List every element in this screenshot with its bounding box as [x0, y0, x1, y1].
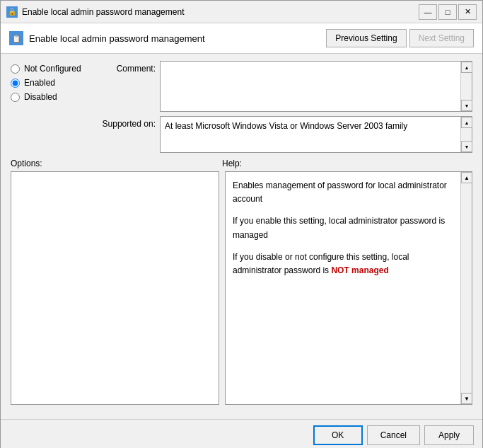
scroll-up-arrow[interactable]: ▲	[461, 62, 472, 73]
disabled-label[interactable]: Disabled	[24, 92, 57, 102]
bottom-bar: OK Cancel Apply	[1, 419, 482, 448]
close-button[interactable]: ✕	[458, 4, 477, 20]
comment-textarea[interactable]	[161, 62, 460, 111]
options-help-labels: Options: Help:	[11, 159, 472, 168]
disabled-radio-item: Disabled	[11, 92, 95, 102]
header-title: Enable local admin password management	[29, 33, 205, 44]
minimize-button[interactable]: —	[419, 4, 437, 20]
not-managed-text: NOT managed	[331, 265, 388, 275]
supported-scroll-down[interactable]: ▼	[461, 141, 472, 152]
help-label: Help:	[222, 159, 242, 168]
window-icon: 🔒	[6, 6, 18, 18]
apply-button[interactable]: Apply	[424, 425, 474, 445]
content-area: Not Configured Enabled Disabled Comment:	[1, 54, 482, 419]
help-para-2: If you enable this setting, local admini…	[233, 214, 453, 241]
not-configured-label[interactable]: Not Configured	[24, 64, 81, 74]
disabled-radio[interactable]	[11, 93, 20, 102]
scroll-down-arrow[interactable]: ▼	[461, 100, 472, 111]
enabled-radio-item: Enabled	[11, 78, 95, 88]
ok-button[interactable]: OK	[313, 425, 363, 445]
supported-label: Supported on:	[95, 116, 156, 129]
window-title: Enable local admin password management	[22, 7, 184, 17]
help-scroll-up[interactable]: ▲	[461, 172, 472, 183]
header-bar: 📋 Enable local admin password management…	[1, 23, 482, 54]
supported-scrollbar: ▲ ▼	[460, 117, 472, 152]
title-bar: 🔒 Enable local admin password management…	[1, 1, 482, 23]
not-configured-radio-item: Not Configured	[11, 64, 95, 74]
main-window: 🔒 Enable local admin password management…	[0, 0, 483, 448]
help-scroll-down[interactable]: ▼	[461, 393, 472, 404]
supported-value: At least Microsoft Windows Vista or Wind…	[161, 117, 460, 152]
not-configured-radio[interactable]	[11, 64, 20, 74]
enabled-radio[interactable]	[11, 79, 20, 88]
help-scrollbar: ▲ ▼	[460, 172, 472, 404]
supported-scroll-up[interactable]: ▲	[461, 117, 472, 128]
header-icon: 📋	[9, 31, 23, 45]
options-panel	[11, 171, 219, 405]
header-left: 📋 Enable local admin password management	[9, 31, 205, 45]
panels-row: Enables management of password for local…	[11, 171, 472, 405]
help-section-label: Help:	[219, 159, 472, 168]
options-section-label: Options:	[11, 159, 219, 168]
comment-label: Comment:	[95, 61, 156, 74]
maximize-button[interactable]: □	[438, 4, 457, 20]
title-controls: — □ ✕	[419, 4, 477, 20]
next-setting-button[interactable]: Next Setting	[409, 29, 474, 47]
previous-setting-button[interactable]: Previous Setting	[326, 29, 406, 47]
help-para-1: Enables management of password for local…	[233, 179, 453, 206]
help-panel: Enables management of password for local…	[225, 171, 472, 405]
help-para-3: If you disable or not configure this set…	[233, 251, 453, 277]
header-buttons: Previous Setting Next Setting	[326, 29, 474, 47]
comment-scrollbar: ▲ ▼	[460, 62, 472, 111]
enabled-label[interactable]: Enabled	[24, 78, 55, 88]
title-bar-left: 🔒 Enable local admin password management	[6, 6, 184, 18]
cancel-button[interactable]: Cancel	[367, 425, 420, 445]
options-label: Options:	[11, 159, 42, 168]
help-content: Enables management of password for local…	[226, 172, 460, 404]
